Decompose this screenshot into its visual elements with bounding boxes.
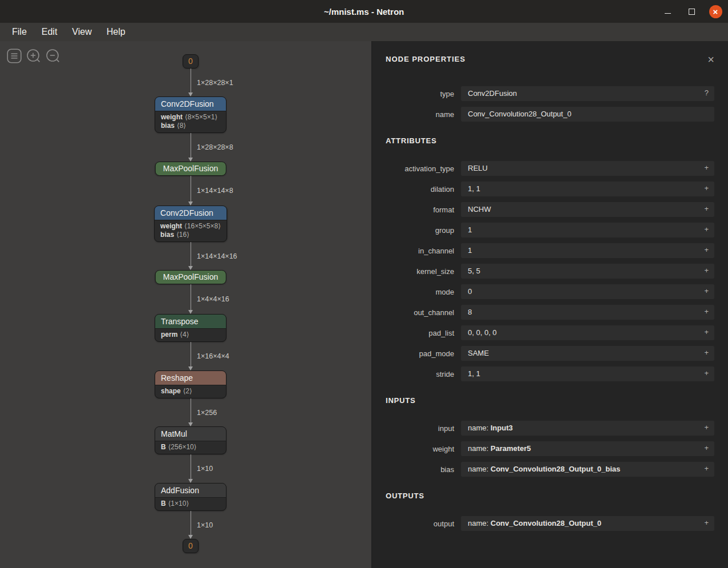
property-label: format (386, 206, 454, 214)
node-title: Transpose (155, 315, 226, 328)
maximize-button[interactable] (683, 3, 699, 19)
property-label: mode (386, 288, 454, 296)
menu-item-view[interactable]: View (64, 25, 99, 39)
graph-node-reshape[interactable]: Reshapeshape⟨2⟩ (155, 370, 227, 398)
property-value-box[interactable]: 1, 1+ (461, 182, 714, 196)
property-row: nameConv_Convolution28_Output_0 (386, 107, 714, 122)
node-attr: weight⟨8×5×5×1⟩ (161, 113, 220, 122)
property-label: dilation (386, 185, 454, 194)
property-label: group (386, 226, 454, 235)
graph-node-conv2dfusion[interactable]: Conv2DFusionweight⟨16×5×5×8⟩bias⟨16⟩ (154, 206, 227, 242)
node-attr: B⟨1×10⟩ (161, 499, 220, 508)
help-icon[interactable]: ? (705, 86, 709, 100)
property-value-box[interactable]: NCHW+ (461, 202, 714, 217)
expand-icon[interactable]: + (704, 462, 709, 476)
edge-shape-label: 1×28×28×8 (197, 143, 233, 151)
property-label: stride (386, 370, 454, 378)
property-value-box[interactable]: Conv_Convolution28_Output_0 (461, 107, 714, 122)
zoom-out-icon[interactable] (46, 49, 60, 63)
property-value-box[interactable]: RELU+ (461, 161, 714, 176)
graph-node-conv2dfusion[interactable]: Conv2DFusionweight⟨8×5×5×1⟩bias⟨8⟩ (155, 96, 227, 133)
expand-icon[interactable]: + (704, 305, 709, 319)
property-row: activation_typeRELU+ (386, 161, 714, 176)
node-attr: bias⟨16⟩ (160, 231, 221, 239)
graph-edge (191, 342, 191, 367)
expand-icon[interactable]: + (704, 516, 709, 530)
menu-item-file[interactable]: File (5, 25, 34, 39)
property-value-box[interactable]: Conv2DFusion? (461, 86, 714, 101)
property-row: mode0+ (386, 284, 714, 299)
edge-shape-label: 1×14×14×8 (197, 187, 233, 195)
maximize-icon (689, 9, 695, 15)
graph-edge (191, 398, 191, 423)
property-value-box[interactable]: name: Input3+ (461, 421, 714, 436)
node-attr: B⟨256×10⟩ (161, 443, 220, 452)
expand-icon[interactable]: + (704, 325, 709, 339)
graph-node-addfusion[interactable]: AddFusionB⟨1×10⟩ (155, 483, 227, 511)
node-attr: weight⟨16×5×5×8⟩ (160, 222, 221, 231)
property-value-box[interactable]: SAME+ (461, 346, 714, 361)
section-header-outputs: OUTPUTS (386, 492, 714, 500)
node-title: Reshape (155, 371, 226, 385)
property-row: biasname: Conv_Convolution28_Output_0_bi… (386, 462, 714, 477)
expand-icon[interactable]: + (704, 182, 709, 195)
property-value-box[interactable]: name: Conv_Convolution28_Output_0+ (461, 516, 714, 531)
expand-icon[interactable]: + (704, 161, 709, 175)
property-label: pad_mode (386, 349, 454, 358)
expand-icon[interactable]: + (704, 346, 709, 360)
edge-shape-label: 1×10 (197, 521, 213, 529)
graph-canvas[interactable]: 0Conv2DFusionweight⟨8×5×5×1⟩bias⟨8⟩MaxPo… (0, 41, 372, 568)
edge-shape-label: 1×10 (197, 465, 213, 473)
graph-io-node[interactable]: 0 (183, 54, 199, 69)
graph-edge (191, 176, 191, 202)
property-value-box[interactable]: name: Conv_Convolution28_Output_0_bias+ (461, 462, 714, 477)
property-row: out_channel8+ (386, 305, 714, 320)
node-attr: shape⟨2⟩ (161, 387, 220, 396)
expand-icon[interactable]: + (704, 284, 709, 298)
expand-icon[interactable]: + (704, 202, 709, 216)
zoom-in-icon[interactable] (26, 49, 41, 63)
node-title: Conv2DFusion (155, 97, 226, 111)
property-row: outputname: Conv_Convolution28_Output_0+ (386, 516, 714, 531)
expand-icon[interactable]: + (704, 366, 709, 380)
graph-node-maxpoolfusion[interactable]: MaxPoolFusion (155, 270, 227, 284)
property-value-box[interactable]: 0+ (461, 284, 714, 299)
property-label: name (386, 110, 454, 119)
graph-io-node[interactable]: 0 (183, 539, 199, 553)
property-label: activation_type (386, 164, 454, 173)
expand-icon[interactable]: + (704, 441, 709, 455)
property-row: stride1, 1+ (386, 366, 714, 381)
property-label: out_channel (386, 308, 454, 317)
expand-icon[interactable]: + (704, 223, 709, 236)
property-value-box[interactable]: 1+ (461, 243, 714, 258)
window-title: ~/mnist.ms - Netron (0, 7, 728, 17)
expand-icon[interactable]: + (704, 264, 709, 277)
property-value-box[interactable]: 1+ (461, 223, 714, 237)
close-button[interactable]: × (707, 3, 723, 19)
menu-item-help[interactable]: Help (99, 25, 133, 39)
property-value-box[interactable]: name: Parameter5+ (461, 441, 714, 456)
node-title: AddFusion (155, 484, 226, 497)
property-value-box[interactable]: 5, 5+ (461, 264, 714, 279)
minimize-button[interactable] (660, 3, 676, 19)
node-title: MatMul (155, 427, 226, 441)
property-label: in_channel (386, 247, 454, 255)
property-row: dilation1, 1+ (386, 182, 714, 196)
graph-node-maxpoolfusion[interactable]: MaxPoolFusion (155, 162, 227, 176)
property-row: pad_list0, 0, 0, 0+ (386, 325, 714, 340)
property-value-box[interactable]: 1, 1+ (461, 366, 714, 381)
graph-node-matmul[interactable]: MatMulB⟨256×10⟩ (155, 426, 227, 454)
property-value-box[interactable]: 8+ (461, 305, 714, 320)
property-row: weightname: Parameter5+ (386, 441, 714, 456)
edge-shape-label: 1×4×4×16 (197, 295, 229, 303)
panel-close-icon[interactable]: × (707, 55, 714, 64)
menu-item-edit[interactable]: Edit (34, 25, 65, 39)
graph-edge (191, 284, 191, 311)
property-value-box[interactable]: 0, 0, 0, 0+ (461, 325, 714, 340)
graph-node-transpose[interactable]: Transposeperm⟨4⟩ (155, 314, 227, 342)
menu-icon[interactable] (7, 49, 22, 63)
node-attr: perm⟨4⟩ (161, 331, 220, 339)
expand-icon[interactable]: + (704, 243, 709, 257)
expand-icon[interactable]: + (704, 421, 709, 434)
edge-shape-label: 1×256 (197, 409, 217, 417)
